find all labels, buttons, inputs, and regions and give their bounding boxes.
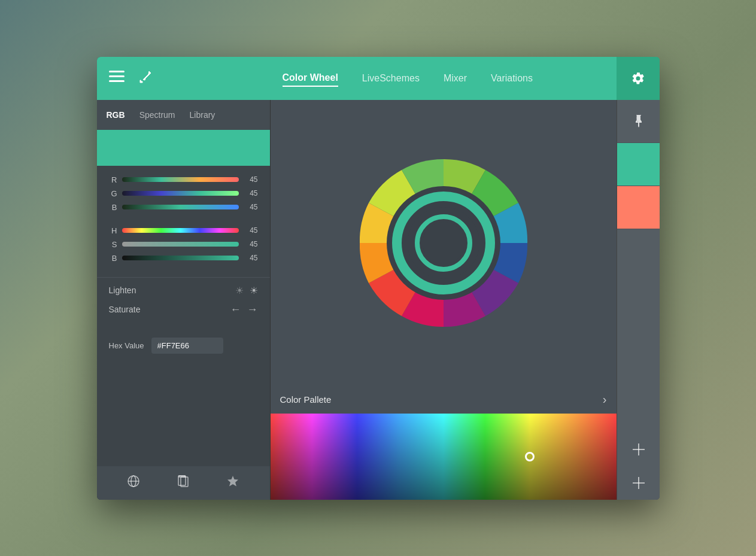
rgb-sliders: R 45 G 45 B 45 H 45 xyxy=(97,166,270,277)
actions-section: Lighten ☀ ☀ Saturate ← → xyxy=(97,277,270,330)
right-sidebar xyxy=(617,100,660,500)
saturate-right-button[interactable]: → xyxy=(247,303,258,316)
slider-b-value: 45 xyxy=(244,203,258,211)
close-icon xyxy=(633,443,645,455)
slider-h-track[interactable] xyxy=(122,228,239,233)
slider-s-label: S xyxy=(109,240,117,249)
spectrum-indicator[interactable] xyxy=(525,452,535,461)
header: Color Wheel LiveSchemes Mixer Variations xyxy=(97,57,660,100)
slider-g-label: G xyxy=(109,189,117,198)
tab-live-schemes[interactable]: LiveSchemes xyxy=(362,71,420,86)
slider-g-value: 45 xyxy=(244,189,258,198)
slider-h-label: H xyxy=(109,226,117,235)
slider-h-value: 45 xyxy=(244,226,258,235)
eyedropper-icon[interactable] xyxy=(139,70,152,87)
app-window: Color Wheel LiveSchemes Mixer Variations… xyxy=(97,57,660,500)
palette-header: Color Pallete › xyxy=(271,386,617,414)
lighten-less-button[interactable]: ☀ xyxy=(235,285,244,296)
slider-r-track[interactable] xyxy=(122,177,239,182)
gear-icon xyxy=(631,71,645,86)
palette-arrow-button[interactable]: › xyxy=(603,393,607,406)
globe-icon[interactable] xyxy=(127,475,140,491)
tab-mixer[interactable]: Mixer xyxy=(444,71,467,86)
slider-r-value: 45 xyxy=(244,175,258,184)
favorites-icon[interactable] xyxy=(226,475,239,491)
wheel-area xyxy=(271,100,617,386)
add-button[interactable] xyxy=(617,466,660,500)
slider-b2-row: B 45 xyxy=(109,254,258,263)
tab-spectrum[interactable]: Spectrum xyxy=(139,110,175,120)
svg-marker-8 xyxy=(227,476,238,487)
pin-button[interactable] xyxy=(617,100,660,143)
lighten-label: Lighten xyxy=(109,285,136,295)
main-inner: Color Pallete › xyxy=(271,100,617,500)
menu-icon[interactable] xyxy=(109,71,125,86)
saturate-label: Saturate xyxy=(109,305,141,314)
spectrum-gradient xyxy=(271,414,617,500)
tab-library[interactable]: Library xyxy=(190,110,215,120)
svg-rect-1 xyxy=(109,75,125,77)
header-left xyxy=(97,70,271,87)
tab-variations[interactable]: Variations xyxy=(491,71,533,86)
color-wheel[interactable] xyxy=(336,135,551,351)
copy-icon[interactable] xyxy=(177,475,189,491)
svg-rect-18 xyxy=(633,482,645,484)
lighten-more-button[interactable]: ☀ xyxy=(250,285,258,296)
slider-s-track[interactable] xyxy=(122,242,239,247)
saturate-left-button[interactable]: ← xyxy=(230,303,241,316)
right-sidebar-spacer xyxy=(617,229,660,433)
lighten-row: Lighten ☀ ☀ xyxy=(109,285,258,296)
slider-r-label: R xyxy=(109,175,117,184)
swatch-green[interactable] xyxy=(617,143,660,186)
close-panel-button[interactable] xyxy=(617,433,660,466)
palette-title: Color Pallete xyxy=(280,394,332,405)
slider-b-label: B xyxy=(109,203,117,212)
slider-b2-value: 45 xyxy=(244,254,258,262)
slider-g-row: G 45 xyxy=(109,189,258,198)
content-with-right: Color Pallete › xyxy=(271,100,660,500)
sidebar: RGB Spectrum Library R 45 G 45 B xyxy=(97,100,271,500)
slider-g-track[interactable] xyxy=(122,191,239,196)
body: RGB Spectrum Library R 45 G 45 B xyxy=(97,100,660,500)
slider-s-row: S 45 xyxy=(109,240,258,249)
slider-b2-label: B xyxy=(109,254,117,263)
hex-row: Hex Value xyxy=(109,338,258,354)
header-nav: Color Wheel LiveSchemes Mixer Variations xyxy=(271,70,617,87)
slider-r-row: R 45 xyxy=(109,175,258,184)
hex-label: Hex Value xyxy=(109,341,144,350)
svg-rect-0 xyxy=(109,71,125,72)
hex-input[interactable] xyxy=(151,338,223,354)
lighten-buttons: ☀ ☀ xyxy=(235,285,258,296)
tab-color-wheel[interactable]: Color Wheel xyxy=(283,70,338,87)
slider-h-row: H 45 xyxy=(109,226,258,235)
slider-b-row: B 45 xyxy=(109,203,258,212)
settings-button[interactable] xyxy=(617,57,660,100)
add-icon xyxy=(633,477,645,489)
bottom-panel: Color Pallete › xyxy=(271,386,617,500)
slider-b-track[interactable] xyxy=(122,205,239,209)
svg-rect-16 xyxy=(633,449,645,450)
sidebar-bottom xyxy=(97,466,270,500)
saturate-row: Saturate ← → xyxy=(109,303,258,316)
hex-section: Hex Value xyxy=(97,330,270,361)
color-preview xyxy=(97,130,270,166)
svg-rect-2 xyxy=(109,80,125,82)
spectrum-bar[interactable] xyxy=(271,414,617,500)
slider-s-value: 45 xyxy=(244,240,258,248)
saturate-buttons: ← → xyxy=(230,303,258,316)
pin-icon xyxy=(631,114,646,128)
swatch-coral[interactable] xyxy=(617,186,660,229)
svg-point-14 xyxy=(423,222,464,264)
slider-b2-track[interactable] xyxy=(122,256,239,260)
tab-rgb[interactable]: RGB xyxy=(107,110,125,120)
sidebar-tabs: RGB Spectrum Library xyxy=(97,100,270,130)
